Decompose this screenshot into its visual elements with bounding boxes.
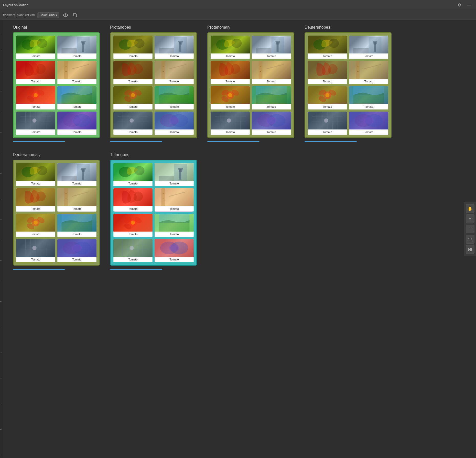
color-blind-dropdown[interactable]: Color Blind ▾ (37, 12, 59, 18)
card-label: Tomato (16, 181, 55, 186)
card-grid-container-original: Tomato Tomato Tomato Tomato Tomato Tomat… (13, 32, 100, 138)
svg-point-136 (72, 244, 82, 252)
ruler-mark (0, 33, 2, 33)
card-image (113, 188, 153, 206)
svg-rect-37 (169, 64, 187, 69)
ruler-mark (0, 92, 2, 92)
card-label: Tomato (155, 129, 194, 135)
svg-rect-115 (64, 188, 68, 206)
card-item: Tomato (155, 36, 194, 59)
svg-rect-152 (159, 223, 190, 232)
card-label: Tomato (252, 79, 291, 84)
card-image (16, 36, 55, 53)
scroll-indicator (110, 141, 162, 142)
svg-point-0 (65, 14, 66, 16)
card-item: Tomato (57, 214, 96, 237)
toolbar: fragment_plant_list.xml Color Blind ▾ (0, 10, 476, 20)
card-item: Tomato (57, 188, 96, 212)
card-label: Tomato (155, 181, 194, 186)
svg-rect-141 (159, 176, 174, 181)
card-label: Tomato (252, 104, 291, 110)
svg-point-52 (130, 118, 134, 123)
card-item: Tomato (211, 112, 250, 135)
card-item: Tomato (113, 188, 153, 212)
eye-icon-button[interactable] (62, 13, 69, 17)
card-label: Tomato (155, 257, 194, 262)
card-image (113, 86, 153, 104)
card-label: Tomato (113, 104, 153, 110)
hand-tool-button[interactable]: ✋ (466, 204, 474, 213)
card-item: Tomato (57, 163, 96, 186)
card-label: Tomato (57, 206, 96, 212)
svg-rect-165 (470, 248, 472, 249)
card-label: Tomato (113, 79, 153, 84)
card-image (57, 188, 96, 206)
card-label: Tomato (16, 104, 55, 110)
card-label: Tomato (113, 53, 153, 59)
ruler-mark (0, 220, 2, 220)
card-image (113, 239, 153, 257)
card-item: Tomato (57, 112, 96, 135)
svg-rect-144 (163, 199, 164, 199)
card-image (113, 36, 153, 53)
svg-rect-34 (161, 61, 165, 79)
zoom-out-button[interactable]: − (466, 225, 474, 233)
card-item: Tomato (113, 239, 153, 262)
card-image (113, 214, 153, 232)
settings-button[interactable]: ⚙ (456, 2, 463, 8)
svg-rect-98 (353, 95, 384, 104)
card-label: Tomato (16, 232, 55, 237)
svg-rect-114 (62, 176, 77, 181)
right-toolbar: ✋ + − 1:1 (464, 202, 476, 256)
svg-rect-143 (163, 193, 164, 194)
svg-point-111 (37, 166, 47, 175)
card-label: Tomato (349, 129, 388, 135)
svg-point-25 (33, 118, 37, 123)
card-image (16, 188, 55, 206)
card-label: Tomato (211, 104, 250, 110)
ruler-mark (0, 404, 2, 404)
card-label: Tomato (155, 232, 194, 237)
card-image (57, 36, 96, 53)
card-label: Tomato (113, 257, 153, 262)
svg-rect-90 (357, 71, 359, 72)
card-image (57, 61, 96, 79)
svg-rect-164 (469, 248, 470, 249)
ruler-mark (0, 199, 2, 199)
svg-rect-71 (256, 95, 287, 104)
card-item: Tomato (349, 112, 388, 135)
svg-rect-8 (66, 66, 67, 67)
fit-button[interactable] (466, 245, 474, 254)
card-grid-deuteranomaly: Tomato Tomato Tomato Tomato Tomato Tomat… (16, 163, 96, 262)
card-image (16, 112, 55, 129)
card-item: Tomato (211, 36, 250, 59)
svg-point-138 (134, 166, 145, 175)
card-label: Tomato (113, 232, 153, 237)
svg-rect-91 (364, 64, 381, 69)
card-image (155, 163, 194, 181)
copy-icon-button[interactable] (72, 12, 78, 18)
card-image (155, 188, 194, 206)
one-to-one-button[interactable]: 1:1 (466, 235, 474, 244)
svg-rect-87 (353, 48, 369, 53)
svg-point-15 (34, 93, 38, 97)
card-image (57, 112, 96, 129)
svg-point-57 (232, 39, 242, 48)
svg-rect-116 (66, 193, 67, 194)
card-item: Tomato (57, 36, 96, 59)
card-label: Tomato (155, 53, 194, 59)
card-item: Tomato (113, 36, 153, 59)
zoom-in-button[interactable]: + (466, 214, 474, 223)
card-image (308, 86, 347, 104)
ruler-mark (0, 240, 2, 240)
card-item: Tomato (113, 214, 153, 237)
svg-point-84 (329, 39, 339, 48)
card-item: Tomato (16, 239, 55, 262)
card-grid-original: Tomato Tomato Tomato Tomato Tomato Tomat… (16, 36, 96, 135)
minimize-button[interactable]: — (466, 2, 473, 8)
svg-rect-166 (469, 250, 470, 251)
svg-point-109 (364, 117, 374, 124)
card-image (16, 86, 55, 104)
card-label: Tomato (57, 257, 96, 262)
card-image (252, 112, 291, 129)
